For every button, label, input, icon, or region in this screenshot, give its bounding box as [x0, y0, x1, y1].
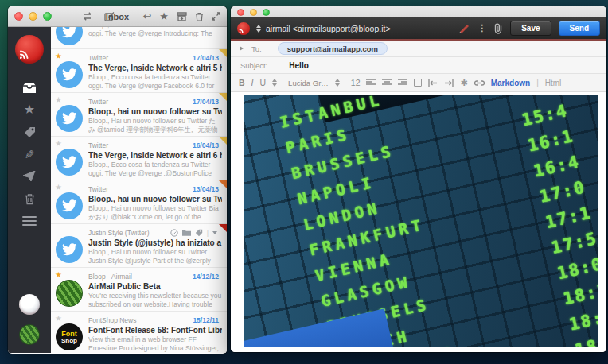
message-row[interactable]: Bloop., Ecco cosa fa tendenza su Twitter… — [51, 27, 227, 49]
link-icon[interactable] — [474, 79, 485, 87]
tag-icon[interactable] — [195, 229, 203, 237]
message-star-icon[interactable]: ★ — [55, 96, 62, 104]
compose-body[interactable]: a čas time URES ISTANBUL450PARIS246BRUSS… — [231, 92, 606, 352]
account-sidebar: ★ ✎ — [8, 27, 51, 353]
message-star-icon[interactable]: ★ — [55, 315, 62, 323]
send-button[interactable]: Send — [559, 21, 600, 36]
message-list: Bloop., Ecco cosa fa tendenza su Twitter… — [51, 27, 227, 353]
departure-board: a čas time URES ISTANBUL450PARIS246BRUSS… — [244, 95, 598, 347]
mark-read-icon[interactable] — [170, 229, 178, 237]
font-family-select[interactable]: Lucida Gr… — [288, 79, 329, 87]
attachment-icon[interactable] — [493, 23, 503, 34]
message-row[interactable]: ★Twitter16/04/13The Verge, Inside Networ… — [51, 137, 227, 180]
message-date: 14/12/12 — [193, 273, 222, 281]
priority-flag-yellow — [219, 137, 227, 145]
reply-icon[interactable]: ↩ — [142, 11, 151, 21]
trash-icon[interactable] — [195, 12, 204, 21]
recipients-disclosure-icon[interactable] — [240, 46, 244, 51]
message-star-icon[interactable]: ★ — [55, 52, 62, 60]
message-row[interactable]: ★Bloop - Airmail14/12/12AirMail Public B… — [51, 268, 227, 312]
message-row-inner: Justin Style (Twitter)|Justin Style (@ju… — [51, 224, 227, 265]
account-avatar-ball[interactable] — [19, 294, 40, 315]
from-account-selector[interactable]: airmail <airmailsupport@bloop.it> — [266, 24, 391, 33]
message-sender: Twitter — [88, 54, 108, 62]
message-preview: You're receiving this newsletter because… — [88, 292, 222, 309]
compose-minimize-button[interactable] — [250, 9, 257, 16]
message-row[interactable]: ★Twitter13/04/13Bloop., hai un nuovo fol… — [51, 180, 227, 224]
align-left-icon[interactable] — [366, 79, 376, 87]
outdent-icon[interactable] — [428, 79, 438, 87]
sidebar-tag-icon[interactable] — [24, 124, 36, 140]
message-subject: Bloop., hai un nuovo follower su Twitter — [88, 195, 222, 203]
message-star-icon[interactable]: ★ — [55, 271, 62, 279]
message-hover-actions: | — [170, 229, 222, 237]
italic-button[interactable]: I — [251, 78, 254, 87]
twitter-avatar — [56, 61, 83, 88]
archive-icon[interactable] — [177, 12, 187, 21]
font-size-select[interactable]: 12 — [351, 78, 361, 87]
message-row[interactable]: ★Twitter17/04/13The Verge, Inside Networ… — [51, 49, 227, 93]
message-star-icon[interactable]: ★ — [55, 184, 62, 192]
markup-pencil-icon[interactable] — [458, 23, 470, 33]
align-center-icon[interactable] — [382, 79, 392, 87]
message-meta: Twitter16/04/13 — [88, 140, 222, 150]
twitter-avatar — [56, 149, 83, 176]
message-content: Twitter17/04/13The Verge, Inside Network… — [88, 49, 227, 91]
minimize-button[interactable] — [29, 12, 37, 21]
message-row[interactable]: Justin Style (Twitter)|Justin Style (@ju… — [51, 224, 227, 268]
message-content: Bloop - Airmail14/12/12AirMail Public Be… — [88, 268, 227, 309]
html-toggle[interactable]: Html — [545, 79, 562, 87]
sidebar-menu-icon[interactable] — [22, 213, 37, 229]
departure-board-photo: a čas time URES ISTANBUL450PARIS246BRUSS… — [244, 95, 598, 347]
folder-icon[interactable] — [182, 229, 191, 236]
message-sender: Twitter — [88, 141, 108, 149]
airmail-logo-icon — [237, 22, 250, 35]
close-button[interactable] — [14, 12, 23, 21]
message-content: Twitter13/04/13Bloop., hai un nuovo foll… — [88, 180, 227, 222]
message-content: FontShop News15/12/11FontFont Release 58… — [88, 312, 227, 353]
sidebar-drafts-icon[interactable]: ✎ — [25, 146, 35, 162]
save-button[interactable]: Save — [510, 21, 551, 36]
account-selector-stepper-icon[interactable] — [256, 25, 261, 33]
airmail-account-avatar[interactable] — [15, 35, 44, 64]
message-subject: The Verge, Inside Network e altri 5 h… — [88, 64, 222, 72]
compose-header: airmail <airmailsupport@bloop.it> ⋮ Save… — [231, 17, 606, 39]
compose-close-button[interactable] — [237, 9, 244, 16]
account-avatar-watermelon[interactable] — [19, 324, 40, 345]
message-meta: Twitter13/04/13 — [88, 184, 222, 194]
filter-chevron-icon[interactable] — [212, 231, 217, 234]
message-preview: Bloop., Ecco cosa fa tendenza su Twitter… — [88, 161, 222, 178]
markdown-toggle[interactable]: Markdown — [491, 79, 530, 87]
font-stepper-icon[interactable] — [272, 79, 277, 87]
size-stepper-icon[interactable] — [335, 79, 340, 87]
message-row-inner: ★Twitter13/04/13Bloop., hai un nuovo fol… — [51, 180, 227, 222]
align-right-icon[interactable] — [398, 79, 407, 87]
indent-icon[interactable] — [444, 79, 454, 87]
compose-icon[interactable] — [104, 12, 115, 21]
message-sender: Twitter — [88, 185, 108, 193]
mail-toolbar: Inbox ↩ ★ — [8, 6, 227, 27]
compose-zoom-button[interactable] — [263, 9, 270, 16]
subject-input[interactable]: Hello — [289, 61, 308, 70]
refresh-icon[interactable] — [82, 12, 93, 21]
sidebar-starred-icon[interactable]: ★ — [24, 102, 35, 118]
list-icon[interactable]: ✱ — [460, 78, 467, 88]
block-format-icon[interactable] — [414, 79, 422, 87]
zoom-button[interactable] — [43, 12, 52, 21]
sidebar-trash-icon[interactable] — [25, 191, 35, 207]
message-row[interactable]: ★Twitter17/04/13Bloop., hai un nuovo fol… — [51, 93, 227, 137]
more-options-icon[interactable]: ⋮ — [477, 23, 486, 33]
bold-button[interactable]: B — [239, 78, 245, 87]
priority-flag-yellow — [219, 49, 227, 57]
message-star-icon[interactable]: ★ — [55, 140, 62, 148]
sidebar-sent-icon[interactable] — [23, 168, 36, 184]
expand-icon[interactable] — [212, 12, 220, 21]
recipient-pill[interactable]: support@airmailapp.com — [278, 42, 388, 55]
star-icon[interactable]: ★ — [159, 11, 169, 21]
compose-window: airmail <airmailsupport@bloop.it> ⋮ Save… — [231, 6, 606, 352]
message-row-inner: ★FontShopFontShop News15/12/11FontFont R… — [51, 312, 227, 353]
sidebar-inbox-icon[interactable] — [22, 79, 37, 95]
message-row[interactable]: ★FontShopFontShop News15/12/11FontFont R… — [51, 312, 227, 353]
format-toolbar: B I U Lucida Gr… 12 ✱ Markdown | Html — [231, 74, 606, 92]
underline-button[interactable]: U — [260, 78, 267, 87]
